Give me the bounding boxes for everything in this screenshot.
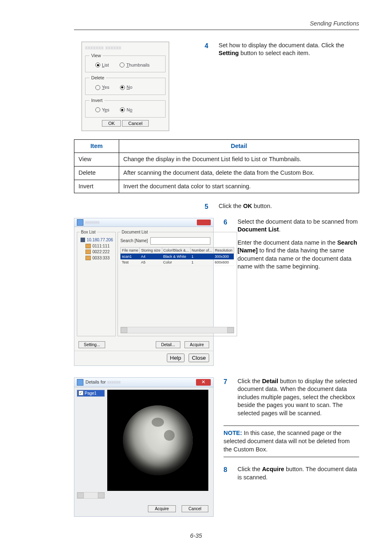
th-item: Item <box>74 139 119 153</box>
box-list-group: Box List 10.180.77.206 0111:111 0022:222… <box>77 229 116 336</box>
details-app-icon <box>77 379 83 386</box>
detail-button[interactable]: Detail... <box>156 341 180 348</box>
delete-group: Delete Yes No <box>85 75 166 95</box>
settings-dialog-title: xxxxxxx xxxxxx <box>85 44 166 51</box>
details-title-text: Details for xxxxxx <box>85 379 121 385</box>
search-label: Search [Name] <box>120 238 148 244</box>
step4-number: 4 <box>205 42 213 58</box>
setting-button[interactable]: Setting... <box>78 341 105 348</box>
box-icon <box>85 244 91 248</box>
col-filename[interactable]: File name <box>120 247 140 254</box>
col-pages[interactable]: Number of... <box>190 247 214 254</box>
scanner-close-icon[interactable] <box>197 220 211 225</box>
page-number: 6-35 <box>0 532 392 540</box>
details-acquire-button[interactable]: Acquire <box>148 505 176 512</box>
view-thumbnails-radio[interactable]: Thumbnails <box>120 62 150 68</box>
page-row[interactable]: Page1 <box>77 390 105 397</box>
document-list-legend: Document List <box>120 229 149 235</box>
box-list-legend: Box List <box>80 229 97 235</box>
box-item[interactable]: 0022:222 <box>81 249 113 255</box>
invert-yes-radio[interactable]: Yes <box>95 107 109 113</box>
settings-ok-button[interactable]: OK <box>102 120 121 127</box>
delete-legend: Delete <box>90 75 106 81</box>
running-head: Sending Functions <box>74 20 359 28</box>
list-empty-area <box>120 266 234 327</box>
step8-number: 8 <box>224 465 232 481</box>
box-item[interactable]: 0033:333 <box>81 255 113 261</box>
scanner-dialog: xxxxxxx Box List 10.180.77.206 0111:111 … <box>74 218 214 366</box>
invert-no-radio[interactable]: No <box>120 107 132 113</box>
note-text: NOTE: In this case, the scanned page or … <box>224 429 359 453</box>
preview-image-moon <box>123 405 193 475</box>
details-dialog: Details for xxxxxx ✕ Page1 <box>74 377 214 517</box>
table-row: View Change the display in the Document … <box>74 153 359 166</box>
settings-dialog: xxxxxxx xxxxxx View List Thumbnails Dele… <box>81 42 169 131</box>
details-close-icon[interactable]: ✕ <box>196 379 211 386</box>
step6-text: Select the document data to be scanned f… <box>238 218 359 271</box>
details-cancel-button[interactable]: Cancel <box>182 505 208 512</box>
table-row: Invert Invert the document data color to… <box>74 180 359 193</box>
invert-group: Invert Yes No <box>85 97 166 118</box>
scanner-app-icon <box>77 219 83 226</box>
page-label: Page1 <box>85 391 97 396</box>
document-list-table: File name Storing size Color/Black &... … <box>120 247 234 265</box>
step7-number: 7 <box>224 377 232 418</box>
list-scrollbar[interactable] <box>120 327 234 333</box>
scanner-titlebar: xxxxxxx <box>74 218 213 227</box>
pages-empty <box>77 397 105 492</box>
delete-yes-radio[interactable]: Yes <box>95 84 109 90</box>
delete-no-radio[interactable]: No <box>120 84 132 90</box>
page-checkbox[interactable] <box>78 391 83 395</box>
table-row: Delete After scanning the document data,… <box>74 166 359 180</box>
list-item[interactable]: TestA5Color1600x600 <box>120 259 234 265</box>
step6-number: 6 <box>224 218 232 271</box>
note-top-rule <box>224 426 359 426</box>
box-item[interactable]: 0111:111 <box>81 243 113 249</box>
step7-text: Click the Detail button to display the s… <box>238 377 359 418</box>
box-icon <box>85 256 91 260</box>
col-size[interactable]: Storing size <box>140 247 162 254</box>
machine-icon <box>81 238 85 242</box>
step5-text: Click the OK button. <box>219 202 359 211</box>
acquire-button[interactable]: Acquire <box>184 341 209 348</box>
step8-text: Click the Acquire button. The document d… <box>238 465 359 481</box>
pages-scrollbar[interactable] <box>77 492 105 499</box>
help-button[interactable]: Help <box>167 354 184 362</box>
list-item[interactable]: scan1A4Black & White1300x300 <box>120 254 234 260</box>
step5-number: 5 <box>205 202 213 211</box>
box-root[interactable]: 10.180.77.206 <box>81 237 113 243</box>
close-button[interactable]: Close <box>189 354 209 362</box>
preview-area <box>107 390 208 491</box>
settings-cancel-button[interactable]: Cancel <box>122 120 148 127</box>
view-list-radio[interactable]: List <box>95 62 109 68</box>
th-detail: Detail <box>119 139 359 153</box>
step4-text: Set how to display the document data. Cl… <box>219 42 359 58</box>
search-input[interactable] <box>150 237 210 245</box>
view-group: View List Thumbnails <box>85 53 166 73</box>
view-legend: View <box>90 53 103 59</box>
scanner-title-text: xxxxxxx <box>85 220 99 225</box>
details-titlebar: Details for xxxxxx ✕ <box>74 378 213 387</box>
col-color[interactable]: Color/Black &... <box>162 247 190 254</box>
settings-options-table: Item Detail View Change the display in t… <box>74 139 359 193</box>
running-head-rule <box>74 30 359 30</box>
box-icon <box>85 250 91 254</box>
invert-legend: Invert <box>90 97 104 104</box>
